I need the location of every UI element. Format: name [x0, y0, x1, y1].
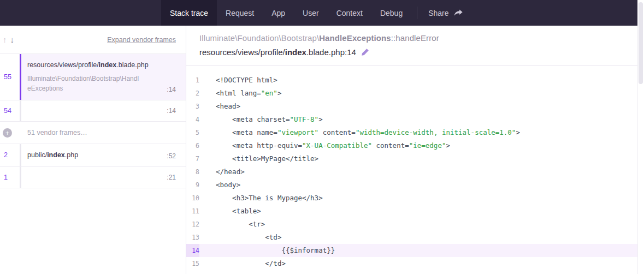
frame-file: resources/views/profile/index.blade.php — [27, 61, 176, 69]
code-line: 14 {{$informat}} — [186, 244, 637, 257]
share-button[interactable]: Share — [417, 0, 473, 26]
previous-frame-arrow-icon[interactable]: ↑ — [1, 34, 9, 45]
tab-debug[interactable]: Debug — [371, 0, 411, 26]
vendor-frames-label: 51 vendor frames… — [20, 122, 97, 144]
page-scrollbar[interactable] — [637, 0, 644, 274]
stack-frame-2[interactable]: 2 public/index.php :52 — [0, 144, 186, 166]
code-text: <html lang="en"> — [199, 87, 281, 100]
line-number: 1 — [186, 74, 199, 87]
line-number: 10 — [186, 192, 199, 205]
code-text: {{$informat}} — [199, 244, 335, 257]
tab-user[interactable]: User — [294, 0, 328, 26]
code-text: <table> — [199, 205, 261, 218]
expand-vendor-frames-link[interactable]: Expand vendor frames — [107, 36, 176, 44]
tab-stack-trace[interactable]: Stack trace — [161, 0, 217, 26]
code-text: </head> — [199, 165, 245, 178]
vendor-frames-row[interactable]: + 51 vendor frames… — [0, 122, 186, 144]
code-text: <meta http-equiv="X-UA-Compatible" conte… — [199, 139, 450, 152]
edit-in-editor-pencil-icon[interactable] — [361, 48, 369, 56]
code-line: 3<head> — [186, 100, 637, 113]
code-lines: 1<!DOCTYPE html>2<html lang="en">3<head>… — [186, 74, 637, 270]
next-frame-arrow-icon[interactable]: ↓ — [9, 34, 16, 45]
code-line: 11 <table> — [186, 205, 637, 218]
code-viewer: 1<!DOCTYPE html>2<html lang="en">3<head>… — [186, 65, 637, 270]
code-line: 9<body> — [186, 178, 637, 192]
code-line: 13 <td> — [186, 231, 637, 244]
code-line: 12 <tr> — [186, 218, 637, 231]
code-text: <body> — [199, 178, 240, 192]
frame-method: Illuminate\Foundation\Bootstrap\HandleEx… — [27, 74, 139, 93]
frame-line-number: :14 — [167, 86, 176, 93]
code-line: 8</head> — [186, 165, 637, 178]
share-label: Share — [428, 9, 448, 17]
line-number: 15 — [186, 257, 199, 270]
share-icon — [454, 9, 463, 17]
line-number: 9 — [186, 178, 199, 192]
code-text: <tr> — [199, 218, 265, 231]
scrollbar-thumb[interactable] — [639, 2, 643, 84]
line-number: 3 — [186, 100, 199, 113]
code-line: 10 <h3>The is Mypage</h3> — [186, 192, 637, 205]
exception-handler-title: Illuminate\Foundation\Bootstrap\HandleEx… — [199, 33, 624, 43]
line-number: 11 — [186, 205, 199, 218]
frame-number: 2 — [0, 144, 20, 166]
line-number: 2 — [186, 87, 199, 100]
line-number: 5 — [186, 126, 199, 139]
frame-file: public/index.php — [27, 151, 78, 159]
stack-frames-sidebar: ↑ ↓ Expand vendor frames 55 resources/vi… — [0, 26, 186, 274]
code-line: 6 <meta http-equiv="X-UA-Compatible" con… — [186, 139, 637, 152]
code-line: 2<html lang="en"> — [186, 87, 637, 100]
code-line: 15 </td> — [186, 257, 637, 270]
navbar: Stack trace Request App User Context Deb… — [0, 0, 637, 26]
line-number: 4 — [186, 113, 199, 126]
sidebar-header: ↑ ↓ Expand vendor frames — [0, 26, 186, 54]
frame-number: 1 — [0, 167, 20, 188]
code-line: 5 <meta name="viewport" content="width=d… — [186, 126, 637, 139]
tab-app[interactable]: App — [263, 0, 294, 26]
code-text: <meta charset="UTF-8"> — [199, 113, 323, 126]
code-text: <title>MyPage</title> — [199, 152, 318, 165]
frame-header: Illuminate\Foundation\Bootstrap\HandleEx… — [186, 26, 637, 65]
code-text: <head> — [199, 100, 240, 113]
stack-frame-1[interactable]: 1 :21 — [0, 167, 186, 188]
code-line: 1<!DOCTYPE html> — [186, 74, 637, 87]
line-number: 13 — [186, 231, 199, 244]
code-text: <td> — [199, 231, 281, 244]
line-number: 12 — [186, 218, 199, 231]
navbar-tabs: Stack trace Request App User Context Deb… — [161, 0, 411, 26]
expand-plus-icon[interactable]: + — [3, 128, 12, 138]
code-line: 4 <meta charset="UTF-8"> — [186, 113, 637, 126]
frame-line-number: :14 — [167, 107, 176, 115]
main-panel: Illuminate\Foundation\Bootstrap\HandleEx… — [186, 26, 637, 274]
tab-request[interactable]: Request — [217, 0, 263, 26]
frame-line-number: :21 — [167, 174, 176, 181]
line-number: 8 — [186, 165, 199, 178]
stack-frame-54[interactable]: 54 :14 — [0, 100, 186, 122]
line-number: 6 — [186, 139, 199, 152]
code-text: <meta name="viewport" content="width=dev… — [199, 126, 520, 139]
current-file-path: resources/views/profile/index.blade.php:… — [199, 47, 356, 57]
tab-context[interactable]: Context — [328, 0, 371, 26]
stack-frame-55[interactable]: 55 resources/views/profile/index.blade.p… — [0, 54, 186, 100]
frame-number: 54 — [0, 100, 20, 121]
code-text: </td> — [199, 257, 286, 270]
frame-number: 55 — [0, 54, 20, 100]
code-text: <!DOCTYPE html> — [199, 74, 277, 87]
frame-line-number: :52 — [167, 152, 176, 160]
code-line: 7 <title>MyPage</title> — [186, 152, 637, 165]
line-number: 7 — [186, 152, 199, 165]
error-page: Stack trace Request App User Context Deb… — [0, 0, 644, 274]
line-number: 14 — [186, 244, 199, 257]
code-text: <h3>The is Mypage</h3> — [199, 192, 323, 205]
